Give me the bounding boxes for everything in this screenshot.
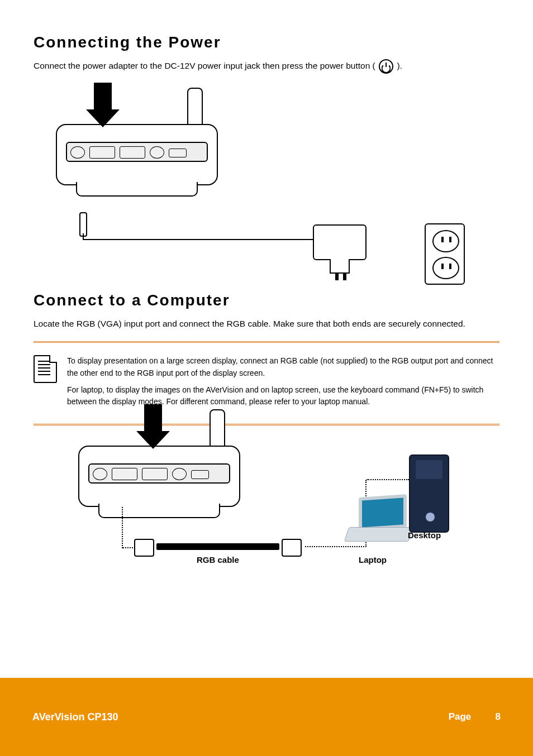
note-block: To display presentation on a large scree… — [34, 352, 499, 415]
rgb-cable-label: RGB cable — [197, 555, 239, 564]
figure-computer-connection: RGB cable Laptop Desktop — [34, 434, 499, 580]
port-dc12v — [70, 146, 85, 159]
port-composite — [150, 146, 164, 159]
note-divider-top — [34, 341, 499, 343]
device-illustration-2 — [78, 446, 240, 507]
page-footer: AVerVision CP130 Page 8 — [0, 678, 533, 756]
dotted-line-to-rgb-in — [122, 507, 123, 548]
footer-product-name: AVerVision CP130 — [32, 711, 449, 723]
power-adapter — [313, 224, 367, 260]
instr-text-after: ). — [397, 61, 402, 70]
rgb-cable — [156, 543, 279, 550]
power-cable — [83, 239, 346, 240]
laptop-illustration — [346, 496, 413, 542]
pointer-arrow-icon-2 — [144, 404, 162, 432]
section-title-computer: Connect to a Computer — [34, 291, 499, 309]
note-line-1: To display presentation on a large scree… — [67, 355, 499, 379]
desktop-label: Desktop — [408, 530, 441, 540]
power-icon — [379, 59, 393, 74]
power-instruction: Connect the power adapter to the DC-12V … — [34, 59, 499, 74]
port-dc12v-2 — [93, 468, 107, 480]
port-composite-2 — [172, 468, 187, 480]
wall-outlet — [425, 223, 465, 285]
port-rgb-out-2 — [142, 468, 168, 480]
port-rgb-out — [120, 146, 145, 159]
port-rgb-in-2 — [112, 468, 137, 480]
footer-page-number: 8 — [474, 711, 501, 722]
device-illustration — [56, 124, 218, 185]
dotted-line-to-laptop — [305, 546, 367, 547]
figure-power-connection — [34, 85, 499, 286]
port-rgb-in — [89, 146, 115, 159]
pointer-arrow-icon — [94, 83, 112, 111]
note-page-icon — [34, 355, 57, 383]
port-usb — [169, 149, 187, 157]
note-divider-bottom — [34, 424, 499, 425]
laptop-label: Laptop — [359, 555, 387, 564]
port-usb-2 — [191, 470, 209, 479]
note-line-2: For laptop, to display the images on the… — [67, 384, 499, 408]
computer-instruction: Locate the RGB (VGA) input port and conn… — [34, 317, 499, 330]
desktop-illustration — [409, 454, 449, 533]
footer-page-label: Page — [449, 711, 472, 722]
section-title-power: Connecting the Power — [34, 34, 499, 51]
dotted-line-to-desktop — [367, 479, 409, 480]
instr-text-before: Connect the power adapter to the DC-12V … — [34, 61, 375, 70]
